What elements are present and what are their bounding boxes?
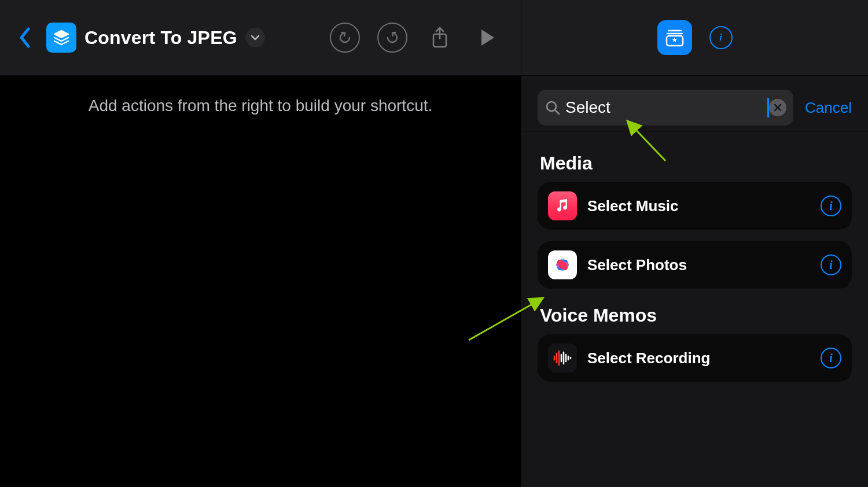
svg-marker-0	[54, 31, 68, 38]
section-header-media: Media	[540, 153, 849, 174]
layers-icon	[53, 29, 70, 46]
undo-button[interactable]	[330, 23, 360, 53]
info-icon: i	[829, 259, 833, 272]
back-button[interactable]	[13, 21, 36, 54]
clear-search-button[interactable]	[769, 99, 786, 116]
play-icon	[479, 28, 496, 47]
action-label: Select Music	[587, 197, 810, 215]
close-icon	[774, 104, 782, 112]
chevron-left-icon	[18, 27, 31, 49]
search-row: Select Cancel	[521, 75, 868, 131]
action-label: Select Recording	[587, 349, 810, 367]
photos-flower-icon	[551, 253, 574, 276]
actions-library-tab[interactable]	[657, 20, 692, 55]
action-select-music[interactable]: Select Music i	[538, 182, 852, 230]
shortcut-info-button[interactable]: i	[709, 26, 733, 49]
action-info-button[interactable]: i	[821, 254, 841, 275]
search-icon	[545, 99, 561, 116]
redo-button[interactable]	[377, 23, 407, 53]
editor-toolbar: Convert To JPEG	[0, 0, 521, 75]
toolbar-actions	[330, 23, 502, 53]
svg-marker-3	[481, 29, 494, 46]
photos-app-icon	[548, 250, 577, 279]
action-info-button[interactable]: i	[821, 195, 841, 216]
redo-icon	[385, 30, 400, 45]
library-sparkle-icon	[665, 28, 685, 47]
cancel-search-button[interactable]: Cancel	[805, 99, 852, 117]
action-label: Select Photos	[587, 256, 810, 274]
info-icon: i	[829, 200, 833, 213]
action-select-recording[interactable]: Select Recording i	[538, 334, 852, 382]
search-field[interactable]: Select	[538, 90, 793, 126]
action-info-button[interactable]: i	[821, 348, 841, 368]
svg-line-8	[555, 110, 559, 114]
section-header-voice-memos: Voice Memos	[540, 305, 849, 326]
shortcut-title: Convert To JPEG	[84, 27, 237, 49]
editor-canvas[interactable]: Add actions from the right to build your…	[0, 75, 521, 487]
actions-toolbar: i	[521, 0, 868, 75]
results-list[interactable]: Media Select Music i	[521, 131, 868, 409]
title-menu-button[interactable]	[245, 28, 265, 47]
undo-icon	[337, 30, 352, 45]
voice-memos-app-icon	[548, 344, 577, 372]
info-icon: i	[829, 352, 833, 365]
run-button[interactable]	[472, 23, 502, 53]
editor-pane: Convert To JPEG	[0, 0, 521, 487]
action-select-photos[interactable]: Select Photos i	[538, 241, 852, 289]
search-input[interactable]: Select	[565, 98, 766, 117]
chevron-down-icon	[251, 35, 260, 40]
waveform-icon	[551, 346, 574, 370]
actions-pane: i Select Cancel	[521, 0, 868, 487]
share-button[interactable]	[425, 23, 455, 53]
music-note-icon	[554, 198, 571, 214]
title-wrap[interactable]: Convert To JPEG	[84, 27, 265, 49]
music-app-icon	[548, 191, 577, 220]
empty-hint: Add actions from the right to build your…	[89, 97, 433, 115]
share-icon	[430, 26, 450, 49]
shortcut-app-icon	[46, 23, 76, 53]
app-root: Convert To JPEG	[0, 0, 868, 487]
info-icon: i	[719, 32, 722, 43]
